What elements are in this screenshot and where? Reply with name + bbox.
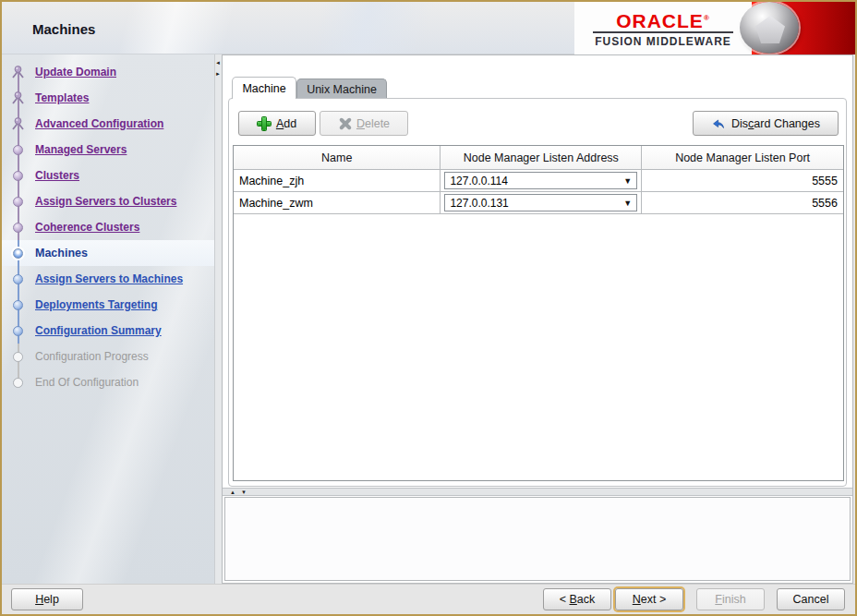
help-button[interactable]: Help bbox=[11, 588, 83, 610]
sidebar-item-label: Advanced Configuration bbox=[35, 117, 163, 130]
fusion-middleware-label: FUSION MIDDLEWARE bbox=[595, 35, 731, 48]
step-sphere-icon bbox=[13, 223, 23, 233]
oracle-logo: ORACLE® FUSION MIDDLEWARE bbox=[574, 2, 752, 54]
tab-unix-machine[interactable]: Unix Machine bbox=[296, 79, 387, 99]
wizard-steps-sidebar: Update Domain Templates Advanced Configu… bbox=[2, 54, 214, 584]
chevron-down-icon: ▼ bbox=[623, 176, 632, 186]
sidebar-item-update-domain[interactable]: Update Domain bbox=[2, 59, 214, 85]
step-sphere-icon bbox=[13, 300, 23, 310]
delete-button-label: Delete bbox=[356, 117, 390, 130]
undo-arrow-icon bbox=[711, 116, 726, 131]
dropdown-value: 127.0.0.114 bbox=[450, 175, 508, 187]
configuration-wizard-window: Machines ORACLE® FUSION MIDDLEWARE Updat… bbox=[0, 0, 857, 616]
column-header-listen-address: Node Manager Listen Address bbox=[441, 146, 642, 169]
sidebar-item-label: Coherence Clusters bbox=[35, 221, 139, 234]
sidebar-item-label: Machines bbox=[35, 247, 88, 260]
revisit-arrow-icon bbox=[10, 65, 26, 80]
machines-table: Name Node Manager Listen Address Node Ma… bbox=[233, 145, 844, 481]
sidebar-item-templates[interactable]: Templates bbox=[2, 85, 214, 111]
splitter-down-icon[interactable]: ▼ bbox=[241, 489, 247, 495]
step-sphere-icon bbox=[13, 171, 23, 181]
listen-address-dropdown[interactable]: 127.0.0.131 ▼ bbox=[444, 194, 637, 211]
cancel-button[interactable]: Cancel bbox=[777, 588, 845, 610]
sidebar-item-machines[interactable]: Machines bbox=[2, 240, 214, 266]
add-button[interactable]: Add bbox=[238, 111, 316, 136]
add-button-label: Add bbox=[276, 117, 296, 130]
footer-bar: Help < Back Next > Finish Cancel bbox=[2, 584, 855, 614]
sidebar-item-label: Deployments Targeting bbox=[35, 298, 157, 311]
cancel-button-label: Cancel bbox=[793, 593, 829, 606]
discard-changes-label: Discard Changes bbox=[731, 117, 820, 130]
listen-port-cell[interactable]: 5555 bbox=[642, 170, 843, 191]
sidebar-item-label: Assign Servers to Clusters bbox=[35, 195, 176, 208]
sidebar-item-managed-servers[interactable]: Managed Servers bbox=[2, 137, 214, 163]
sidebar-item-label: Clusters bbox=[35, 169, 79, 182]
revisit-arrow-icon bbox=[10, 116, 26, 132]
header-banner: Machines bbox=[2, 2, 574, 54]
step-sphere-icon bbox=[13, 326, 23, 336]
back-button[interactable]: < Back bbox=[543, 588, 611, 610]
main-content-panel: Machine Unix Machine Add Delete Discard … bbox=[222, 54, 853, 584]
fusion-middleware-orb-icon bbox=[740, 2, 799, 54]
sidebar-item-label: Templates bbox=[35, 91, 89, 104]
step-sphere-icon bbox=[13, 274, 23, 284]
sidebar-item-assign-servers-to-machines[interactable]: Assign Servers to Machines bbox=[2, 266, 214, 292]
sidebar-item-label: Update Domain bbox=[35, 66, 116, 79]
table-row[interactable]: Machine_zjh 127.0.0.114 ▼ 5555 bbox=[234, 170, 843, 192]
finish-button-label: Finish bbox=[715, 593, 745, 606]
step-circle-icon bbox=[13, 352, 23, 362]
table-header-row: Name Node Manager Listen Address Node Ma… bbox=[234, 146, 843, 170]
step-circle-icon bbox=[13, 378, 23, 388]
sidebar-item-assign-servers-to-clusters[interactable]: Assign Servers to Clusters bbox=[2, 188, 214, 214]
table-row[interactable]: Machine_zwm 127.0.0.131 ▼ 5556 bbox=[234, 192, 843, 214]
page-title: Machines bbox=[32, 21, 95, 37]
sidebar-item-label: Assign Servers to Machines bbox=[35, 272, 183, 285]
registered-mark-icon: ® bbox=[704, 14, 710, 22]
sidebar-item-advanced-configuration[interactable]: Advanced Configuration bbox=[2, 111, 214, 137]
pentagon-icon bbox=[755, 16, 785, 43]
step-sphere-icon bbox=[13, 145, 23, 155]
chevron-down-icon: ▼ bbox=[623, 199, 632, 208]
listen-address-cell: 127.0.0.114 ▼ bbox=[441, 170, 642, 191]
machine-tab-panel: Add Delete Discard Changes Name Node Man… bbox=[228, 98, 847, 487]
sidebar-item-coherence-clusters[interactable]: Coherence Clusters bbox=[2, 214, 214, 240]
logo-divider bbox=[593, 31, 733, 33]
tab-label: Unix Machine bbox=[307, 83, 377, 96]
message-panel bbox=[224, 497, 851, 581]
sidebar-item-configuration-progress: Configuration Progress bbox=[2, 344, 214, 369]
message-panel-splitter[interactable]: ▲ ▼ bbox=[223, 488, 852, 496]
delete-button[interactable]: Delete bbox=[320, 111, 408, 136]
oracle-wordmark: ORACLE® bbox=[616, 9, 710, 30]
step-current-sphere-icon bbox=[13, 248, 23, 259]
sidebar-item-label: Configuration Progress bbox=[35, 350, 149, 363]
sidebar-item-configuration-summary[interactable]: Configuration Summary bbox=[2, 318, 214, 344]
sidebar-item-label: End Of Configuration bbox=[35, 376, 139, 389]
splitter-collapse-left-icon[interactable]: ◄ bbox=[215, 60, 221, 66]
machine-name-cell[interactable]: Machine_zwm bbox=[234, 192, 441, 213]
help-button-label: Help bbox=[35, 593, 59, 606]
revisit-arrow-icon bbox=[10, 91, 26, 106]
dropdown-value: 127.0.0.131 bbox=[450, 197, 508, 210]
tab-label: Machine bbox=[242, 82, 285, 95]
tab-machine[interactable]: Machine bbox=[232, 77, 296, 99]
listen-address-dropdown[interactable]: 127.0.0.114 ▼ bbox=[444, 172, 637, 189]
column-header-listen-port: Node Manager Listen Port bbox=[642, 146, 843, 169]
sidebar-item-end-of-configuration: End Of Configuration bbox=[2, 369, 214, 395]
next-button[interactable]: Next > bbox=[615, 588, 683, 610]
splitter-expand-right-icon[interactable]: ► bbox=[215, 71, 221, 77]
finish-button[interactable]: Finish bbox=[696, 588, 765, 610]
header: Machines ORACLE® FUSION MIDDLEWARE bbox=[2, 2, 855, 54]
next-button-label: Next > bbox=[633, 593, 666, 606]
column-header-name: Name bbox=[234, 146, 441, 169]
sidebar-item-deployments-targeting[interactable]: Deployments Targeting bbox=[2, 292, 214, 318]
discard-changes-button[interactable]: Discard Changes bbox=[693, 111, 839, 136]
delete-x-icon bbox=[338, 117, 351, 130]
listen-port-cell[interactable]: 5556 bbox=[642, 192, 843, 213]
listen-address-cell: 127.0.0.131 ▼ bbox=[441, 192, 642, 213]
back-button-label: < Back bbox=[560, 593, 596, 606]
splitter-up-icon[interactable]: ▲ bbox=[230, 489, 235, 495]
sidebar-splitter[interactable]: ◄ ► bbox=[214, 54, 222, 584]
machine-name-cell[interactable]: Machine_zjh bbox=[234, 170, 441, 191]
sidebar-item-clusters[interactable]: Clusters bbox=[2, 163, 214, 188]
add-plus-icon bbox=[258, 117, 271, 130]
